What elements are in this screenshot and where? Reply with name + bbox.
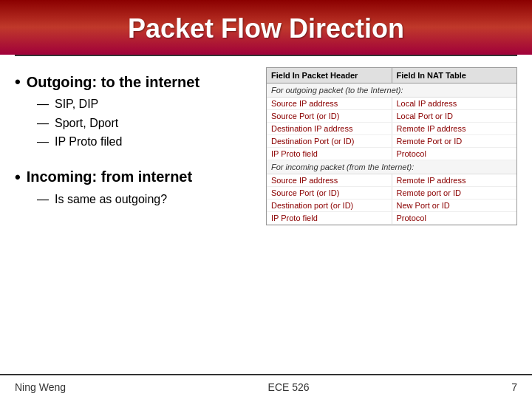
slide: Packet Flow Direction • Outgoing: to the…: [0, 0, 532, 399]
nat-header-col2: Field In NAT Table: [392, 68, 517, 83]
slide-header: Packet Flow Direction: [0, 0, 532, 55]
bullet-dot-1: •: [15, 72, 21, 92]
nat-cell: Source IP address: [267, 174, 392, 186]
nat-cell: Source Port (or ID): [267, 187, 392, 199]
nat-cell: Protocol: [392, 148, 517, 160]
nat-row: Source Port (or ID) Local Port or ID: [267, 110, 516, 123]
nat-row: Source Port (or ID) Remote port or ID: [267, 187, 516, 200]
nat-cell: IP Proto field: [267, 148, 392, 160]
bullet-outgoing-label: Outgoing: to the internet: [27, 74, 200, 91]
nat-cell: Local IP address: [392, 98, 517, 109]
nat-row: Destination port (or ID) New Port or ID: [267, 200, 516, 212]
sub-bullet-sport: — Sport, Dport: [37, 114, 259, 133]
slide-content: • Outgoing: to the internet — SIP, DIP —…: [0, 56, 532, 374]
nat-row: Destination IP address Remote IP address: [267, 123, 516, 135]
sub-bullet-sport-label: Sport, Dport: [55, 114, 118, 133]
bullet-outgoing-main: • Outgoing: to the internet: [15, 72, 259, 92]
nat-cell: Remote port or ID: [392, 187, 517, 199]
nat-cell: New Port or ID: [392, 200, 517, 211]
sub-bullet-sameq: — Is same as outgoing?: [37, 190, 259, 209]
right-panel: Field In Packet Header Field In NAT Tabl…: [266, 64, 517, 374]
footer-right: 7: [511, 381, 517, 393]
sub-bullet-sip: — SIP, DIP: [37, 95, 259, 114]
sub-bullet-sip-label: SIP, DIP: [55, 95, 98, 114]
bullet-incoming: • Incoming: from internet — Is same as o…: [15, 168, 259, 209]
bullet-dot-2: •: [15, 168, 21, 187]
nat-table: Field In Packet Header Field In NAT Tabl…: [266, 67, 517, 225]
bullet-outgoing: • Outgoing: to the internet — SIP, DIP —…: [15, 72, 259, 151]
nat-cell: Destination port (or ID): [267, 200, 392, 211]
bullet-incoming-label: Incoming: from internet: [27, 168, 192, 185]
nat-row: Source IP address Local IP address: [267, 98, 516, 110]
nat-cell: Source IP address: [267, 98, 392, 109]
left-panel: • Outgoing: to the internet — SIP, DIP —…: [15, 64, 266, 374]
nat-cell: Remote IP address: [392, 174, 517, 186]
nat-cell: Local Port or ID: [392, 110, 517, 122]
sub-bullets-outgoing: — SIP, DIP — Sport, Dport — IP Proto fil…: [37, 95, 259, 151]
footer-left: Ning Weng: [15, 381, 66, 393]
nat-row: IP Proto field Protocol: [267, 148, 516, 160]
nat-cell: Protocol: [392, 212, 517, 224]
nat-row: Source IP address Remote IP address: [267, 174, 516, 187]
sub-bullets-incoming: — Is same as outgoing?: [37, 190, 259, 209]
sub-bullet-ipproto-label: IP Proto filed: [55, 132, 122, 151]
nat-cell: Destination Port (or ID): [267, 135, 392, 147]
outgoing-section-header: For outgoing packet (to the Internet):: [267, 83, 516, 98]
sub-bullet-ipproto: — IP Proto filed: [37, 132, 259, 151]
nat-cell: Remote Port or ID: [392, 135, 517, 147]
nat-cell: Remote IP address: [392, 123, 517, 134]
slide-title: Packet Flow Direction: [22, 13, 510, 44]
nat-cell: IP Proto field: [267, 212, 392, 224]
nat-cell: Destination IP address: [267, 123, 392, 134]
footer-center: ECE 526: [268, 381, 310, 393]
nat-header-col1: Field In Packet Header: [267, 68, 392, 83]
sub-bullet-sameq-label: Is same as outgoing?: [55, 190, 167, 209]
nat-table-header: Field In Packet Header Field In NAT Tabl…: [267, 68, 516, 83]
slide-footer: Ning Weng ECE 526 7: [0, 374, 532, 399]
bullet-incoming-main: • Incoming: from internet: [15, 168, 259, 187]
nat-row: IP Proto field Protocol: [267, 212, 516, 225]
nat-row: Destination Port (or ID) Remote Port or …: [267, 135, 516, 148]
incoming-section-header: For incoming packet (from the Internet):: [267, 160, 516, 174]
nat-cell: Source Port (or ID): [267, 110, 392, 122]
